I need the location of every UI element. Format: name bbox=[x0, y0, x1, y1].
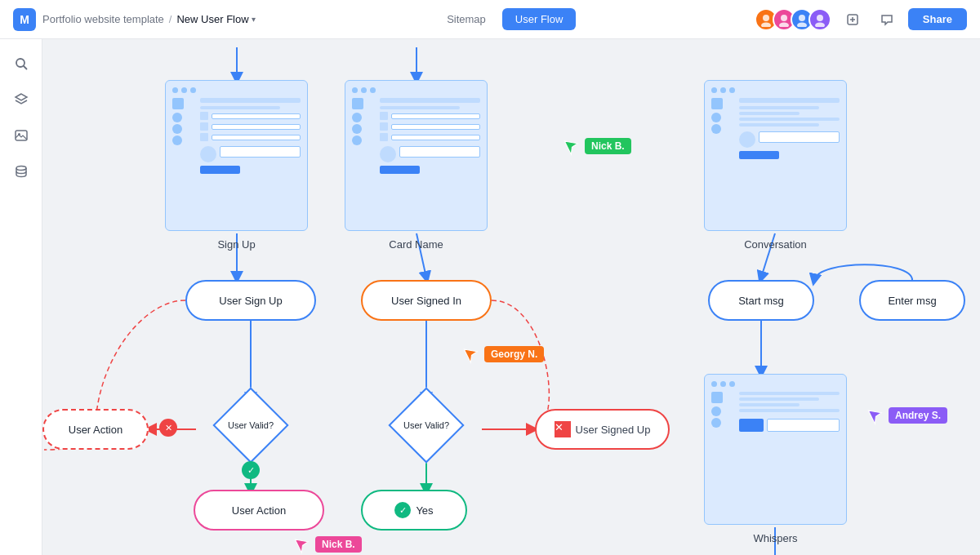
share-button[interactable]: Share bbox=[908, 8, 967, 30]
breadcrumb: Portfolio website template / New User Fl… bbox=[42, 13, 256, 25]
canvas[interactable]: Sign Up bbox=[42, 39, 980, 555]
user-action-side-node[interactable]: User Action bbox=[42, 409, 149, 450]
cursor-label-nick-b-top: Nick B. bbox=[585, 138, 631, 154]
chevron-down-icon: ▾ bbox=[252, 15, 256, 24]
app-logo: M bbox=[13, 8, 36, 31]
enter-msg-node[interactable]: Enter msg bbox=[859, 280, 965, 321]
user-valid-left-label: User Valid? bbox=[210, 411, 292, 440]
user-signed-up-node[interactable]: ✕ User Signed Up bbox=[535, 409, 670, 450]
svg-point-1 bbox=[761, 22, 771, 27]
cursor-label-nick-b-bottom: Nick B. bbox=[315, 536, 362, 553]
flow-name[interactable]: New User Flow ▾ bbox=[176, 13, 255, 25]
header-right: Share bbox=[755, 7, 967, 33]
cursor-arrow-top bbox=[561, 135, 584, 158]
svg-point-7 bbox=[815, 22, 825, 27]
sitemap-nav-btn[interactable]: Sitemap bbox=[434, 8, 499, 30]
project-name[interactable]: Portfolio website template bbox=[42, 13, 164, 25]
avatar bbox=[808, 8, 831, 31]
header-nav: Sitemap User Flow bbox=[434, 8, 576, 30]
error-badge-right: ✕ bbox=[555, 421, 571, 437]
svg-point-4 bbox=[799, 15, 805, 21]
signup-card[interactable] bbox=[165, 80, 308, 231]
avatar-group bbox=[755, 8, 831, 31]
user-signed-in-node[interactable]: User Signed In bbox=[361, 280, 492, 321]
cursor-arrow-georgy bbox=[461, 343, 483, 366]
cardname-card[interactable] bbox=[345, 80, 488, 231]
cursor-nick-b-bottom: Nick B. bbox=[294, 535, 362, 553]
error-badge-left: ✕ bbox=[159, 419, 177, 437]
cursor-andrey-s: Andrey S. bbox=[867, 406, 947, 424]
comment-icon-btn[interactable] bbox=[874, 7, 900, 33]
svg-point-0 bbox=[763, 15, 769, 21]
check-badge-yes: ✓ bbox=[394, 502, 411, 518]
svg-point-5 bbox=[797, 22, 807, 27]
image-icon[interactable] bbox=[7, 121, 36, 150]
flow-container: Sign Up bbox=[42, 39, 980, 555]
search-icon[interactable] bbox=[7, 49, 36, 78]
svg-point-2 bbox=[781, 15, 787, 21]
user-valid-right-label: User Valid? bbox=[385, 411, 467, 440]
database-icon[interactable] bbox=[7, 157, 36, 186]
share-link-icon-btn[interactable] bbox=[840, 7, 866, 33]
cursor-label-georgy: Georgy N. bbox=[484, 346, 544, 362]
header: M Portfolio website template / New User … bbox=[0, 0, 980, 39]
layers-icon[interactable] bbox=[7, 85, 36, 114]
sidebar bbox=[0, 39, 42, 555]
check-badge-left: ✓ bbox=[242, 461, 260, 479]
svg-point-12 bbox=[16, 166, 26, 171]
user-action-bottom-node[interactable]: User Action bbox=[194, 490, 324, 531]
signup-label: Sign Up bbox=[165, 238, 308, 251]
cursor-georgy-n: Georgy N. bbox=[463, 345, 544, 363]
user-signup-node[interactable]: User Sign Up bbox=[185, 280, 316, 321]
start-msg-node[interactable]: Start msg bbox=[708, 280, 814, 321]
breadcrumb-separator: / bbox=[169, 13, 172, 25]
svg-rect-10 bbox=[16, 131, 27, 140]
cardname-label: Card Name bbox=[345, 238, 488, 251]
svg-point-6 bbox=[817, 15, 823, 21]
cursor-label-andrey: Andrey S. bbox=[889, 407, 947, 424]
conversation-label: Conversation bbox=[704, 238, 847, 251]
conversation-card[interactable] bbox=[704, 80, 847, 231]
cursor-nick-b-top: Nick B. bbox=[564, 137, 631, 155]
header-left: M Portfolio website template / New User … bbox=[13, 8, 256, 31]
svg-point-3 bbox=[779, 22, 789, 27]
whispers-card[interactable] bbox=[704, 374, 847, 525]
whispers-label: Whispers bbox=[704, 532, 847, 544]
cursor-arrow-bottom bbox=[292, 533, 314, 555]
user-flow-nav-btn[interactable]: User Flow bbox=[502, 8, 577, 30]
yes-node[interactable]: ✓ Yes bbox=[361, 490, 467, 531]
cursor-arrow-andrey bbox=[865, 404, 888, 427]
